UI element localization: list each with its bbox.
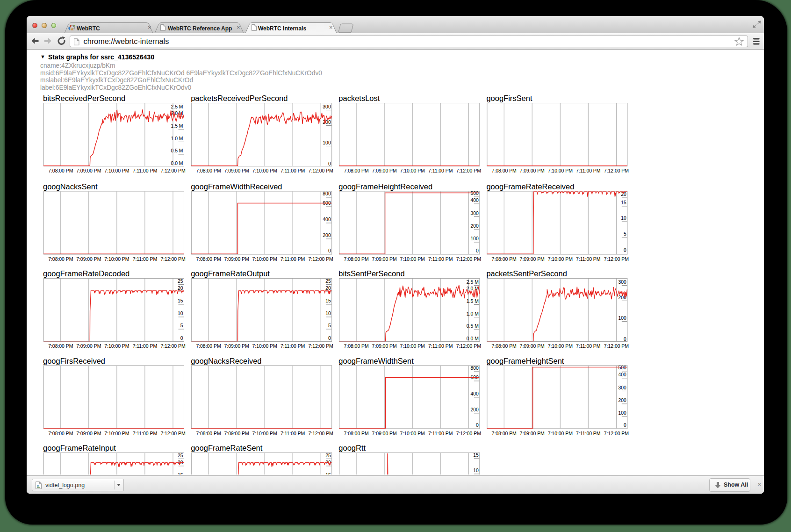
svg-text:0: 0	[328, 161, 331, 166]
svg-text:7:12:00 PM: 7:12:00 PM	[160, 431, 185, 436]
svg-text:15: 15	[325, 298, 331, 303]
svg-text:bitsReceivedPerSecond: bitsReceivedPerSecond	[43, 94, 125, 102]
svg-text:7:08:00 PM: 7:08:00 PM	[48, 256, 73, 262]
svg-text:7:09:00 PM: 7:09:00 PM	[520, 343, 545, 349]
svg-text:0: 0	[476, 423, 479, 428]
svg-text:7:11:00 PM: 7:11:00 PM	[428, 168, 453, 173]
svg-text:googFirsReceived: googFirsReceived	[43, 357, 105, 365]
svg-text:7:12:00 PM: 7:12:00 PM	[309, 431, 333, 436]
svg-text:15: 15	[325, 473, 331, 474]
svg-text:packetsSentPerSecond: packetsSentPerSecond	[486, 269, 567, 278]
svg-text:7:11:00 PM: 7:11:00 PM	[576, 168, 600, 173]
svg-text:5: 5	[624, 231, 626, 237]
svg-text:7:08:00 PM: 7:08:00 PM	[492, 168, 517, 173]
svg-text:15: 15	[178, 298, 183, 303]
svg-text:7:11:00 PM: 7:11:00 PM	[428, 431, 453, 436]
svg-text:googFrameHeightReceived: googFrameHeightReceived	[338, 182, 432, 191]
svg-text:300: 300	[470, 211, 479, 216]
svg-text:200: 200	[323, 120, 331, 125]
svg-text:25: 25	[325, 279, 331, 284]
svg-text:7:12:00 PM: 7:12:00 PM	[309, 256, 333, 262]
svg-text:0.5 M: 0.5 M	[467, 324, 479, 329]
svg-text:0: 0	[180, 336, 183, 341]
svg-text:7:11:00 PM: 7:11:00 PM	[576, 431, 600, 436]
svg-text:7:12:00 PM: 7:12:00 PM	[160, 256, 185, 262]
svg-text:400: 400	[470, 391, 479, 396]
svg-text:7:11:00 PM: 7:11:00 PM	[133, 343, 157, 349]
svg-text:0: 0	[328, 248, 331, 253]
svg-text:7:08:00 PM: 7:08:00 PM	[492, 431, 517, 436]
svg-text:7:12:00 PM: 7:12:00 PM	[604, 431, 629, 436]
svg-text:googNacksSent: googNacksSent	[43, 182, 98, 191]
svg-text:7:08:00 PM: 7:08:00 PM	[196, 168, 221, 173]
svg-text:0.0 M: 0.0 M	[171, 161, 183, 166]
svg-text:15: 15	[473, 453, 479, 458]
svg-text:bitsSentPerSecond: bitsSentPerSecond	[338, 269, 404, 278]
svg-text:googFrameWidthReceived: googFrameWidthReceived	[191, 182, 282, 191]
svg-text:googFirsSent: googFirsSent	[486, 94, 532, 102]
svg-text:7:09:00 PM: 7:09:00 PM	[76, 431, 101, 436]
svg-text:7:12:00 PM: 7:12:00 PM	[160, 168, 185, 173]
svg-text:2.5 M: 2.5 M	[171, 104, 183, 109]
svg-text:7:09:00 PM: 7:09:00 PM	[520, 168, 545, 173]
svg-text:7:09:00 PM: 7:09:00 PM	[76, 343, 101, 349]
svg-text:googRtt: googRtt	[338, 444, 366, 452]
svg-text:100: 100	[618, 410, 627, 416]
svg-text:7:11:00 PM: 7:11:00 PM	[576, 256, 600, 262]
svg-text:7:09:00 PM: 7:09:00 PM	[520, 431, 545, 436]
svg-text:7:10:00 PM: 7:10:00 PM	[252, 343, 277, 349]
svg-text:200: 200	[470, 223, 479, 229]
svg-text:packetsReceivedPerSecond: packetsReceivedPerSecond	[191, 94, 288, 102]
svg-text:0.5 M: 0.5 M	[171, 148, 183, 153]
svg-text:7:09:00 PM: 7:09:00 PM	[224, 343, 249, 349]
svg-text:10: 10	[325, 311, 331, 316]
svg-text:200: 200	[618, 398, 627, 403]
svg-text:7:08:00 PM: 7:08:00 PM	[48, 168, 73, 173]
svg-text:300: 300	[618, 385, 627, 390]
svg-text:7:10:00 PM: 7:10:00 PM	[104, 256, 129, 262]
svg-text:7:10:00 PM: 7:10:00 PM	[400, 343, 425, 349]
svg-text:0: 0	[624, 337, 626, 342]
svg-text:200: 200	[470, 407, 479, 412]
svg-text:7:08:00 PM: 7:08:00 PM	[196, 256, 221, 262]
svg-text:2.5 M: 2.5 M	[467, 280, 479, 285]
svg-text:10: 10	[621, 216, 626, 221]
svg-text:7:10:00 PM: 7:10:00 PM	[252, 256, 277, 262]
svg-text:googFrameWidthSent: googFrameWidthSent	[338, 357, 414, 365]
svg-text:15: 15	[621, 200, 626, 205]
svg-text:1.0 M: 1.0 M	[467, 311, 479, 316]
svg-text:7:10:00 PM: 7:10:00 PM	[400, 168, 425, 173]
svg-text:7:08:00 PM: 7:08:00 PM	[196, 431, 221, 436]
svg-text:400: 400	[323, 217, 331, 222]
svg-text:googFrameRateInput: googFrameRateInput	[43, 444, 116, 452]
svg-text:7:10:00 PM: 7:10:00 PM	[252, 431, 277, 436]
svg-text:1.0 M: 1.0 M	[171, 136, 183, 141]
svg-text:7:10:00 PM: 7:10:00 PM	[252, 168, 277, 173]
svg-text:7:11:00 PM: 7:11:00 PM	[133, 256, 157, 262]
svg-text:7:12:00 PM: 7:12:00 PM	[309, 343, 333, 349]
svg-text:7:08:00 PM: 7:08:00 PM	[344, 168, 368, 173]
svg-text:7:08:00 PM: 7:08:00 PM	[344, 431, 368, 436]
svg-text:300: 300	[323, 104, 331, 109]
svg-text:25: 25	[325, 453, 331, 458]
svg-text:googFrameRateSent: googFrameRateSent	[191, 444, 263, 452]
svg-text:7:08:00 PM: 7:08:00 PM	[48, 343, 73, 349]
svg-text:7:09:00 PM: 7:09:00 PM	[224, 168, 249, 173]
svg-text:1.5 M: 1.5 M	[467, 299, 479, 304]
svg-text:7:12:00 PM: 7:12:00 PM	[604, 256, 629, 262]
svg-text:800: 800	[323, 191, 331, 196]
svg-text:7:09:00 PM: 7:09:00 PM	[224, 431, 249, 436]
svg-text:200: 200	[323, 233, 331, 238]
svg-text:0: 0	[624, 423, 626, 428]
svg-text:400: 400	[618, 372, 627, 377]
svg-text:7:11:00 PM: 7:11:00 PM	[280, 168, 305, 173]
svg-text:7:11:00 PM: 7:11:00 PM	[280, 343, 305, 349]
svg-text:7:10:00 PM: 7:10:00 PM	[104, 168, 129, 173]
svg-text:10: 10	[473, 468, 479, 473]
svg-text:10: 10	[178, 311, 183, 316]
svg-text:100: 100	[470, 236, 479, 241]
svg-text:7:10:00 PM: 7:10:00 PM	[104, 431, 129, 436]
svg-text:400: 400	[470, 198, 479, 203]
svg-text:7:08:00 PM: 7:08:00 PM	[344, 256, 368, 262]
svg-text:0: 0	[624, 248, 626, 253]
